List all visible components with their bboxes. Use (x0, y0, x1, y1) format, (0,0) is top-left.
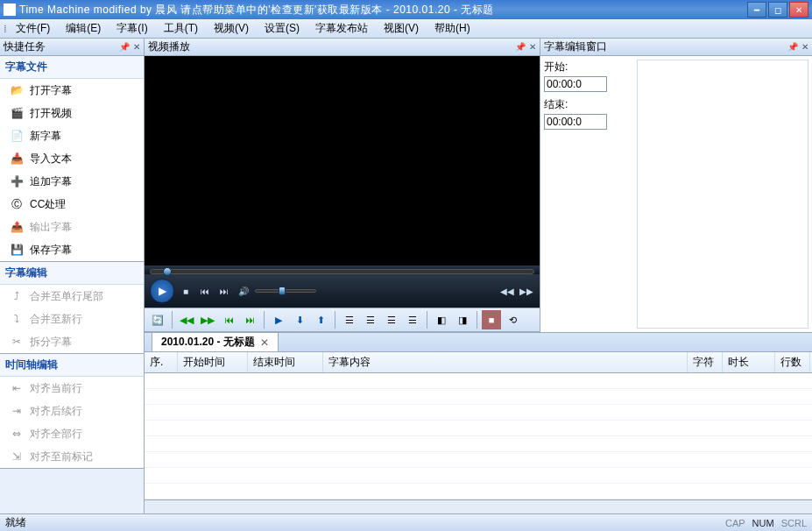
table-row[interactable] (145, 436, 812, 452)
task-icon: ⤵ (9, 311, 25, 327)
table-row[interactable] (145, 452, 812, 468)
task-label: 导入文本 (30, 152, 72, 166)
table-row[interactable] (145, 468, 812, 484)
toolbar-button[interactable]: ◀◀ (177, 310, 196, 329)
stop-button[interactable]: ■ (178, 283, 194, 299)
task-item[interactable]: ⤵合并至新行 (0, 308, 144, 330)
volume-icon[interactable]: 🔊 (236, 283, 251, 299)
menu-help[interactable]: 帮助(H) (427, 19, 477, 38)
toolbar-button[interactable]: ☰ (361, 310, 380, 329)
column-header[interactable]: 序. (145, 352, 178, 372)
status-text: 就绪 (5, 515, 718, 530)
panel-close-icon[interactable]: ✕ (801, 42, 808, 52)
toolbar-button[interactable]: ▶ (269, 310, 288, 329)
toolbar-button[interactable]: ⬇ (290, 310, 309, 329)
task-label: 合并至单行尾部 (30, 289, 103, 304)
task-item[interactable]: ⇲对齐至前标记 (0, 445, 144, 468)
task-item[interactable]: ✂拆分字幕 (0, 330, 144, 353)
menu-settings[interactable]: 设置(S) (258, 19, 307, 38)
task-item[interactable]: ⤴合并至单行尾部 (0, 285, 144, 308)
toolbar-button[interactable]: ☰ (340, 310, 359, 329)
task-item[interactable]: 📂打开字幕 (0, 79, 144, 102)
subtitle-edit-panel: 字幕编辑窗口 📌 ✕ 开始: 结束: (540, 39, 812, 332)
toolbar-button[interactable]: ☰ (403, 310, 422, 329)
document-tabs: 2010.01.20 - 无标题 ✕ (145, 333, 812, 352)
task-item[interactable]: ⇤对齐当前行 (0, 377, 144, 400)
task-label: 合并至新行 (30, 312, 82, 327)
column-header[interactable]: 时长 (723, 352, 775, 372)
toolbar-button[interactable]: ▶▶ (198, 310, 217, 329)
task-item[interactable]: ⇥对齐后续行 (0, 400, 144, 422)
panel-close-icon[interactable]: ✕ (529, 42, 536, 52)
pin-icon[interactable]: 📌 (787, 42, 798, 52)
toolbar-button[interactable]: ⬆ (311, 310, 330, 329)
task-item[interactable]: 💾保存字幕 (0, 238, 144, 261)
play-button[interactable]: ▶ (150, 279, 174, 303)
video-viewport[interactable] (145, 56, 540, 266)
subtitle-text-area[interactable] (637, 60, 808, 329)
toolbar-button[interactable]: ⏮ (219, 310, 238, 329)
column-header[interactable]: 字幕内容 (323, 352, 688, 372)
toolbar-button[interactable]: ⟲ (503, 310, 522, 329)
task-icon: 🎬 (9, 105, 25, 121)
menu-view[interactable]: 视图(V) (377, 19, 426, 38)
toolbar-button[interactable]: ◨ (453, 310, 472, 329)
edit-body: 开始: 结束: (540, 56, 812, 332)
panel-close-icon[interactable]: ✕ (133, 42, 140, 52)
menu-grip[interactable]: ⁞ (4, 23, 7, 35)
tab-close-icon[interactable]: ✕ (260, 336, 269, 349)
task-item[interactable]: 📥导入文本 (0, 147, 144, 170)
volume-knob[interactable] (279, 287, 286, 295)
toolbar-button[interactable]: ☰ (382, 310, 401, 329)
toolbar-button[interactable]: ⏭ (240, 310, 259, 329)
column-header[interactable]: 开始时间 (178, 352, 248, 372)
column-header[interactable]: 字符 (688, 352, 723, 372)
task-icon: ⇤ (9, 380, 25, 396)
grid-body[interactable] (145, 373, 812, 499)
task-item[interactable]: 🎬打开视频 (0, 102, 144, 124)
toolbar-button[interactable]: ■ (482, 310, 501, 329)
end-input[interactable] (544, 114, 607, 130)
prev-button[interactable]: ⏮ (197, 283, 213, 299)
table-row[interactable] (145, 373, 812, 389)
rewind-button[interactable]: ◀◀ (499, 283, 515, 299)
pin-icon[interactable]: 📌 (515, 42, 526, 52)
start-input[interactable] (544, 76, 607, 92)
maximize-button[interactable]: ◻ (768, 2, 787, 18)
menu-video[interactable]: 视频(V) (207, 19, 256, 38)
subtitle-toolbar: 🔄◀◀▶▶⏮⏭▶⬇⬆☰☰☰☰◧◨■⟲ (145, 308, 540, 332)
document-tab[interactable]: 2010.01.20 - 无标题 ✕ (152, 332, 279, 351)
seek-bar[interactable] (150, 269, 534, 274)
volume-bar[interactable] (255, 289, 316, 293)
pin-icon[interactable]: 📌 (119, 42, 130, 52)
menu-file[interactable]: 文件(F) (9, 19, 57, 38)
group-timeline-edit-header: 时间轴编辑 (0, 354, 144, 377)
toolbar-button[interactable]: ◧ (432, 310, 451, 329)
sidebar: 快捷任务 📌 ✕ 字幕文件 📂打开字幕🎬打开视频📄新字幕📥导入文本➕追加字幕ⒸC… (0, 39, 145, 513)
titlebar: ▣ Time Machine modified by 晨风 请点帮助菜单中的'检… (0, 0, 812, 19)
column-header[interactable]: 结束时间 (248, 352, 323, 372)
menu-subtitle[interactable]: 字幕(I) (109, 19, 154, 38)
next-button[interactable]: ⏭ (216, 283, 232, 299)
task-item[interactable]: 📤输出字幕 (0, 216, 144, 238)
minimize-button[interactable]: ━ (747, 2, 766, 18)
task-item[interactable]: ⇔对齐全部行 (0, 422, 144, 445)
top-row: 视频播放 📌 ✕ ▶ ■ ⏮ ⏭ 🔊 ◀◀ ▶▶ (145, 39, 812, 332)
menu-tools[interactable]: 工具(T) (157, 19, 205, 38)
menu-publish[interactable]: 字幕发布站 (308, 19, 375, 38)
toolbar-button[interactable]: 🔄 (148, 310, 167, 329)
table-row[interactable] (145, 484, 812, 499)
task-label: 打开视频 (30, 106, 72, 121)
close-button[interactable]: ✕ (789, 2, 808, 18)
task-item[interactable]: ⒸCC处理 (0, 193, 144, 216)
menu-edit[interactable]: 编辑(E) (59, 19, 108, 38)
table-row[interactable] (145, 389, 812, 405)
table-row[interactable] (145, 405, 812, 421)
forward-button[interactable]: ▶▶ (519, 283, 534, 299)
table-row[interactable] (145, 421, 812, 436)
horizontal-scrollbar[interactable] (145, 499, 812, 513)
column-header[interactable]: 行数 (775, 352, 810, 372)
seek-knob[interactable] (163, 267, 172, 276)
task-item[interactable]: ➕追加字幕 (0, 170, 144, 193)
task-item[interactable]: 📄新字幕 (0, 124, 144, 147)
